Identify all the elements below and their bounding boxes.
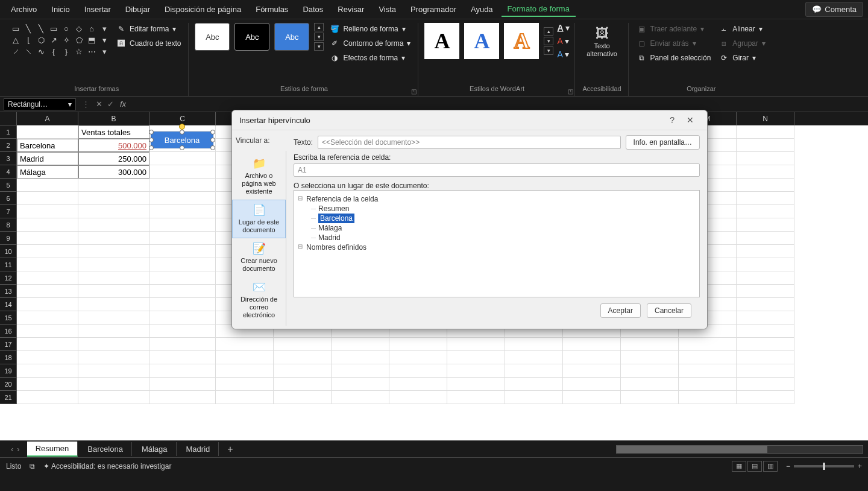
cell[interactable] (737, 179, 794, 192)
tree-node[interactable]: Referencia de la celda (298, 194, 696, 204)
rotate-button[interactable]: ⟳Girar ▾ (717, 52, 768, 64)
resize-handle[interactable] (210, 145, 215, 150)
cell[interactable] (679, 351, 737, 364)
sheet-tab[interactable]: Málaga (133, 442, 177, 456)
tree-node[interactable]: Nombres definidos (298, 242, 696, 252)
cancel-button[interactable]: Cancelar (647, 303, 691, 318)
cell[interactable]: Málaga (17, 165, 78, 179)
cell[interactable] (78, 351, 149, 364)
row-header[interactable]: 4 (0, 165, 17, 179)
cell[interactable] (389, 351, 447, 364)
row-header[interactable]: 6 (0, 192, 17, 205)
cell[interactable] (149, 351, 216, 364)
gallery-down-icon[interactable]: ▾ (544, 37, 553, 45)
menu-revisar[interactable]: Revisar (332, 2, 370, 16)
shape-icon[interactable]: ⬒ (86, 34, 98, 45)
shape-rectangle[interactable]: Barcelona (151, 131, 213, 148)
menu-insertar[interactable]: Insertar (78, 2, 117, 16)
cell[interactable] (679, 338, 737, 351)
tab-prev-icon[interactable]: ‹ (11, 445, 13, 454)
text-outline-button[interactable]: A ▾ (557, 36, 569, 46)
row-header[interactable]: 15 (0, 311, 17, 325)
cell[interactable] (17, 285, 78, 298)
cell[interactable] (679, 378, 737, 391)
ok-button[interactable]: Aceptar (600, 303, 641, 318)
zoom-control[interactable]: − + (786, 462, 862, 470)
style-preset[interactable]: Abc (234, 23, 269, 51)
shape-icon[interactable]: ○ (60, 23, 72, 34)
row-header[interactable]: 21 (0, 391, 17, 404)
cell[interactable] (216, 338, 274, 351)
row-header[interactable]: 13 (0, 285, 17, 298)
cell[interactable] (149, 285, 216, 298)
text-effects-button[interactable]: A ▾ (557, 49, 569, 59)
cell[interactable] (389, 364, 447, 378)
enter-icon[interactable]: ✓ (107, 100, 114, 109)
resize-handle[interactable] (149, 145, 154, 150)
cell[interactable] (621, 338, 679, 351)
cell[interactable] (447, 378, 505, 391)
tree-leaf[interactable]: Málaga (298, 223, 696, 233)
name-box[interactable]: Rectángul…▾ (4, 98, 76, 110)
zoom-thumb[interactable] (823, 463, 825, 470)
cell[interactable]: 250.000 (78, 152, 149, 165)
cell[interactable] (505, 391, 563, 404)
cell[interactable] (78, 311, 149, 325)
style-preset[interactable]: Abc (195, 23, 230, 51)
cell[interactable] (621, 351, 679, 364)
document-places-tree[interactable]: Referencia de la celda Resumen Barcelona… (294, 190, 700, 297)
menu-formato-forma[interactable]: Formato de forma (502, 2, 576, 17)
col-header[interactable]: A (17, 112, 78, 125)
cell[interactable] (17, 258, 78, 271)
cell[interactable] (563, 391, 621, 404)
wordart-gallery[interactable]: A A A ▴ ▾ ▾ (424, 23, 553, 59)
shape-icon[interactable]: } (60, 46, 72, 57)
cell-ref-input[interactable] (294, 163, 700, 177)
cancel-icon[interactable]: ✕ (96, 100, 102, 109)
shape-icon[interactable]: ✧ (60, 34, 72, 45)
shape-icon[interactable]: ⟋ (10, 46, 22, 57)
accessibility-status[interactable]: ✦ Accesibilidad: es necesario investigar (43, 462, 171, 470)
shape-icon[interactable]: ⬠ (73, 34, 85, 45)
cell[interactable] (78, 391, 149, 404)
cell[interactable] (78, 179, 149, 192)
horizontal-scrollbar[interactable] (616, 445, 863, 454)
zoom-in-icon[interactable]: + (858, 462, 862, 470)
tree-leaf[interactable]: Resumen (298, 204, 696, 214)
shapes-gallery[interactable]: ▭╲╲▭○◇⌂▾ △⌊⬡↗✧⬠⬒▾ ⟋⟍∿{}☆⋯▾ (10, 23, 110, 57)
wordart-preset[interactable]: A (504, 23, 539, 59)
resize-handle[interactable] (180, 145, 184, 150)
cell[interactable] (737, 338, 794, 351)
gallery-down-icon[interactable]: ▾ (314, 33, 324, 41)
cell[interactable] (17, 218, 78, 232)
shape-icon[interactable]: ⋯ (86, 46, 98, 57)
cell[interactable] (389, 338, 447, 351)
cell[interactable] (17, 378, 78, 391)
select-all-corner[interactable] (0, 112, 17, 125)
shape-icon[interactable]: ⌂ (86, 23, 98, 34)
cell[interactable] (216, 378, 274, 391)
cell[interactable] (78, 271, 149, 285)
sheet-tab[interactable]: Barcelona (79, 442, 132, 456)
cell[interactable]: 500.000 (78, 139, 149, 152)
shape-icon[interactable]: ╲ (22, 23, 34, 34)
cell[interactable] (737, 192, 794, 205)
cell[interactable] (17, 298, 78, 311)
row-header[interactable]: 11 (0, 258, 17, 271)
view-page-icon[interactable]: ▤ (747, 461, 762, 472)
cell[interactable] (505, 351, 563, 364)
cell[interactable] (78, 364, 149, 378)
gallery-up-icon[interactable]: ▴ (544, 27, 553, 36)
display-text-input[interactable] (318, 136, 621, 149)
cell[interactable] (149, 152, 216, 165)
cell[interactable] (737, 232, 794, 245)
cell[interactable] (621, 378, 679, 391)
shape-icon[interactable]: ▭ (10, 23, 22, 34)
cell[interactable] (78, 325, 149, 338)
cell[interactable] (17, 351, 78, 364)
cell[interactable] (149, 205, 216, 218)
shape-icon[interactable]: ☆ (73, 46, 85, 57)
shape-fill-button[interactable]: 🪣Relleno de forma ▾ (327, 23, 413, 35)
gallery-more-icon[interactable]: ▾ (314, 42, 324, 51)
wordart-preset[interactable]: A (464, 23, 499, 59)
